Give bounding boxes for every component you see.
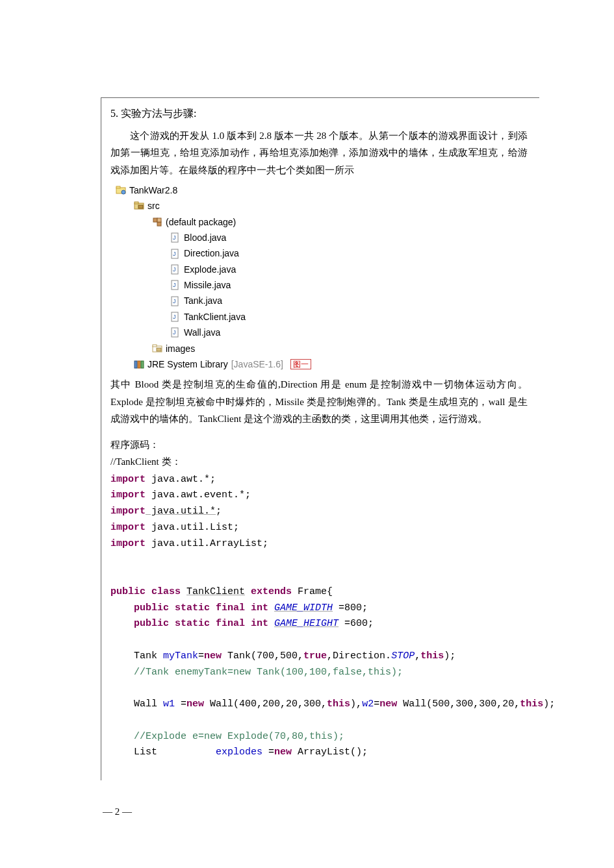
code-kw: new (274, 747, 292, 758)
code-text: = (374, 699, 379, 710)
file-label: Direction.java (184, 246, 239, 260)
java-file: J Direction.java (116, 245, 528, 261)
java-file: J TankClient.java (116, 309, 528, 325)
package-label: (default package) (166, 215, 236, 229)
java-file-icon: J (170, 312, 181, 322)
file-label: TankClient.java (184, 310, 246, 324)
file-label: Blood.java (184, 230, 226, 245)
code-text: Tank(700,500, (222, 651, 303, 662)
library-version: [JavaSE-1.6] (231, 357, 283, 371)
jre-library-node: JRE System Library [JavaSE-1.6] 图一 (116, 356, 528, 372)
code-text: Wall(500,300,300,20, (397, 699, 520, 710)
code-kw: public static final int (110, 602, 274, 614)
explanation-paragraph: 其中 Blood 类是控制坦克的生命值的,Direction 用是 enum 是… (110, 376, 528, 427)
file-label: Tank.java (184, 293, 222, 308)
code-text: ArrayList(); (292, 747, 368, 758)
java-file: J Tank.java (116, 293, 528, 308)
code-text: =600; (339, 618, 374, 629)
svg-rect-6 (153, 218, 157, 222)
source-code-block: import java.awt.*; import java.awt.event… (110, 472, 528, 762)
code-kw: import (110, 474, 146, 485)
java-file: J Explode.java (116, 262, 528, 277)
code-text: java.util.List; (146, 522, 239, 533)
code-text: Frame{ (292, 586, 333, 597)
svg-text:J: J (173, 266, 176, 273)
svg-text:J: J (173, 251, 176, 257)
code-text: java.util.* (146, 506, 216, 517)
project-node: TankWar2.8 (116, 182, 528, 198)
code-kw: this (520, 699, 543, 710)
java-file-icon: J (170, 232, 181, 243)
code-comment: //Tank enemyTank=new Tank(100,100,false,… (110, 667, 403, 678)
code-comment: //Explode e=new Explode(70,80,this); (110, 731, 344, 742)
file-label: Missile.java (184, 278, 231, 292)
svg-rect-1 (116, 186, 120, 188)
svg-rect-4 (134, 202, 138, 204)
project-label: TankWar2.8 (129, 183, 177, 197)
code-field: myTank (163, 651, 198, 662)
intro-paragraph: 这个游戏的开发从 1.0 版本到 2.8 版本一共 28 个版本。从第一个版本的… (110, 127, 528, 179)
code-const: GAME_WIDTH (274, 602, 333, 614)
code-field: w1 (163, 699, 175, 710)
svg-rect-28 (141, 361, 144, 368)
svg-point-2 (122, 190, 125, 194)
figure-caption: 图一 (290, 359, 311, 369)
source-code-label: 程序源码： (110, 436, 528, 453)
code-kw: import (110, 538, 146, 549)
code-text: Wall(400,200,20,300, (204, 699, 327, 710)
code-text: List (110, 747, 216, 758)
package-explorer-tree: TankWar2.8 src (default package) J Blood… (116, 182, 528, 373)
code-kw: true (303, 651, 327, 662)
code-kw: import (110, 506, 146, 517)
svg-rect-25 (157, 348, 161, 351)
package-node: (default package) (116, 214, 528, 230)
svg-rect-26 (134, 361, 137, 368)
code-class: TankClient (186, 586, 245, 597)
code-kw: new (204, 651, 222, 662)
project-icon (116, 185, 126, 195)
svg-rect-24 (153, 345, 157, 347)
src-label: src (147, 199, 160, 213)
java-file-icon: J (170, 296, 181, 306)
page-number: — 2 — (103, 806, 132, 817)
code-kw: new (186, 699, 204, 710)
svg-rect-27 (138, 361, 140, 368)
svg-text:J: J (173, 282, 176, 288)
code-text: = (175, 699, 186, 710)
svg-text:J: J (173, 329, 176, 336)
tankclient-class-label: //TankClient 类： (110, 453, 528, 470)
code-kw: import (110, 522, 146, 533)
svg-text:J: J (173, 234, 176, 241)
code-text: , (415, 651, 420, 662)
code-text: ); (543, 699, 555, 710)
java-file: J Blood.java (116, 230, 528, 245)
package-icon (152, 217, 162, 227)
src-node: src (116, 198, 528, 214)
src-folder-icon (134, 201, 144, 211)
code-text: = (262, 747, 274, 758)
code-text: java.util.ArrayList; (146, 538, 268, 549)
code-kw: new (379, 699, 397, 710)
page-content-frame: 5. 实验方法与步骤: 这个游戏的开发从 1.0 版本到 2.8 版本一共 28… (101, 97, 539, 780)
file-label: Wall.java (184, 325, 220, 340)
images-label: images (166, 341, 195, 356)
code-text: =800; (333, 602, 368, 614)
svg-rect-7 (157, 222, 161, 226)
java-file: J Missile.java (116, 277, 528, 293)
java-file-icon: J (170, 264, 181, 275)
section-title: 5. 实验方法与步骤: (110, 107, 528, 121)
code-text: java.awt.*; (146, 474, 216, 485)
code-const: GAME_HEIGHT (274, 618, 339, 629)
folder-icon (152, 343, 162, 354)
java-file-icon: J (170, 280, 181, 290)
code-kw: import (110, 490, 146, 501)
file-label: Explode.java (184, 262, 236, 277)
code-kw: extends (245, 586, 292, 597)
code-text: ,Direction. (327, 651, 391, 662)
code-kw: public static final int (110, 618, 274, 629)
svg-text:J: J (173, 314, 176, 320)
svg-rect-8 (157, 218, 161, 222)
svg-text:J: J (173, 298, 176, 304)
code-kw: this (327, 699, 350, 710)
code-text: ; (216, 506, 222, 517)
